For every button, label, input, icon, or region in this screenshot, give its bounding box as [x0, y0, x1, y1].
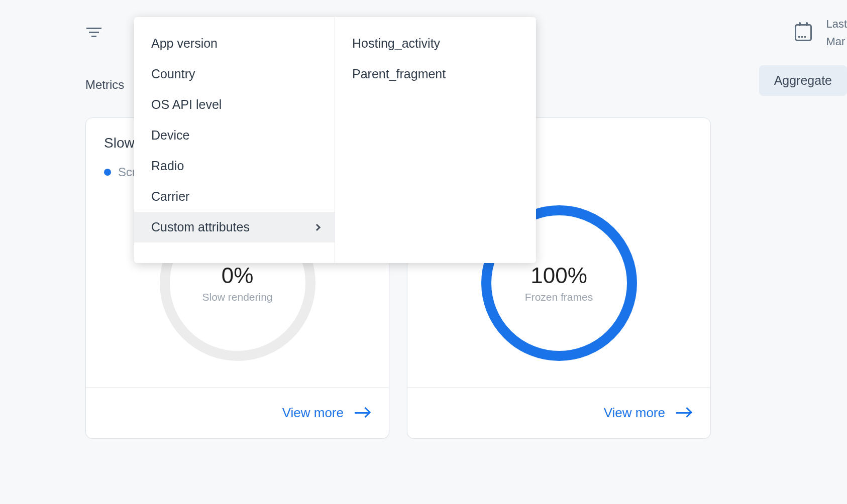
- legend-label: Scr: [118, 165, 136, 179]
- dropdown-item-label: Parent_fragment: [352, 67, 446, 81]
- date-line2: Mar: [826, 33, 847, 50]
- dropdown-item-app-version[interactable]: App version: [134, 28, 335, 59]
- donut-value: 100%: [531, 263, 587, 288]
- donut-label: Frozen frames: [525, 291, 593, 303]
- date-range-text: Last Mar: [826, 15, 847, 50]
- dropdown-item-label: Device: [151, 128, 189, 143]
- filter-dropdown: App version Country OS API level Device …: [134, 17, 536, 263]
- view-more-button[interactable]: View more: [604, 405, 690, 421]
- arrow-right-icon: [676, 412, 690, 414]
- dropdown-item-carrier[interactable]: Carrier: [134, 181, 335, 212]
- dropdown-item-os-api-level[interactable]: OS API level: [134, 89, 335, 120]
- calendar-icon[interactable]: [795, 24, 812, 41]
- chevron-right-icon: [313, 223, 321, 230]
- donut-value: 0%: [222, 263, 254, 288]
- dropdown-item-label: Hosting_activity: [352, 36, 440, 51]
- arrow-right-icon: [355, 412, 369, 414]
- dropdown-item-label: App version: [151, 36, 218, 51]
- aggregate-button[interactable]: Aggregate: [759, 65, 847, 96]
- dropdown-item-custom-attributes[interactable]: Custom attributes: [134, 212, 335, 242]
- view-more-label: View more: [604, 405, 665, 421]
- date-line1: Last: [826, 15, 847, 33]
- dropdown-item-country[interactable]: Country: [134, 59, 335, 89]
- view-more-button[interactable]: View more: [282, 405, 369, 421]
- metrics-label: Metrics: [85, 78, 124, 92]
- dropdown-item-hosting-activity[interactable]: Hosting_activity: [335, 28, 536, 59]
- dropdown-item-label: Radio: [151, 159, 184, 173]
- dropdown-col-left: App version Country OS API level Device …: [134, 17, 335, 263]
- view-more-label: View more: [282, 405, 344, 421]
- dropdown-item-label: Carrier: [151, 189, 189, 204]
- dropdown-item-label: Custom attributes: [151, 220, 250, 234]
- dropdown-col-right: Hosting_activity Parent_fragment: [335, 17, 536, 263]
- dropdown-item-radio[interactable]: Radio: [134, 151, 335, 181]
- dropdown-item-label: Country: [151, 67, 195, 81]
- dropdown-item-parent-fragment[interactable]: Parent_fragment: [335, 59, 536, 89]
- filter-icon[interactable]: [85, 26, 102, 38]
- legend-dot-icon: [104, 169, 111, 176]
- dropdown-item-label: OS API level: [151, 97, 222, 112]
- donut-label: Slow rendering: [202, 291, 272, 303]
- dropdown-item-device[interactable]: Device: [134, 120, 335, 151]
